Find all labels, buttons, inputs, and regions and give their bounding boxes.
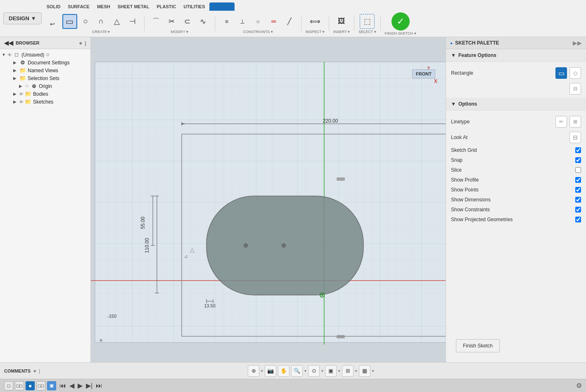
visibility-icon-sketches[interactable]: 👁 bbox=[19, 99, 24, 104]
circle-tool[interactable]: ○ bbox=[78, 14, 93, 29]
constraint1[interactable]: ≡ bbox=[219, 14, 234, 29]
tool-display2-arrow[interactable]: ▾ bbox=[355, 369, 357, 373]
rectangle-tool[interactable]: ▭ bbox=[62, 14, 77, 29]
show-dimensions-checkbox[interactable] bbox=[575, 197, 581, 203]
inspect-label[interactable]: INSPECT ▾ bbox=[306, 30, 325, 34]
tool-display3[interactable]: ▦ bbox=[359, 365, 370, 377]
tree-arrow-sketches[interactable]: ▶ bbox=[13, 99, 19, 104]
insert-tool[interactable]: 🖼 bbox=[334, 14, 349, 29]
frame-icon-2[interactable]: □□ bbox=[15, 381, 24, 390]
tool-orbit-arrow[interactable]: ▾ bbox=[321, 369, 323, 373]
browser-dot-icon[interactable]: ● bbox=[79, 40, 82, 46]
offset-tool[interactable]: ⊂ bbox=[180, 14, 195, 29]
tab-utilities[interactable]: UTILITIES bbox=[180, 2, 209, 11]
tree-arrow-bodies[interactable]: ▶ bbox=[13, 92, 19, 96]
frame-icon-3[interactable]: ■ bbox=[26, 381, 35, 390]
show-constraints-checkbox[interactable] bbox=[575, 207, 581, 213]
tree-item-origin[interactable]: ▶ 👁 ⊕ Origin bbox=[6, 82, 90, 90]
palette-expand-icon[interactable]: ▶▶ bbox=[573, 40, 582, 46]
tool-display2[interactable]: ⊞ bbox=[342, 365, 353, 377]
frame-icon-active[interactable]: ▣ bbox=[47, 381, 56, 390]
frame-icon-4[interactable]: □□ bbox=[36, 381, 45, 390]
linetype-icon-1[interactable]: ✏ bbox=[555, 116, 567, 128]
play-play[interactable]: ▶ bbox=[78, 382, 83, 390]
constraint3[interactable]: ○ bbox=[251, 14, 266, 29]
scissors-tool[interactable]: ✂ bbox=[164, 14, 179, 29]
create-label[interactable]: CREATE ▾ bbox=[92, 30, 110, 34]
canvas-area[interactable]: 220.00 55.00 110.00 13.50 -100 -150 bbox=[91, 37, 446, 362]
finish-sketch-button[interactable]: ✓ bbox=[391, 12, 410, 31]
tool-pan[interactable]: ✋ bbox=[278, 365, 289, 377]
tree-arrow-doc-settings[interactable]: ▶ bbox=[13, 60, 19, 65]
tool-display1-arrow[interactable]: ▾ bbox=[338, 369, 340, 373]
triangle-tool[interactable]: △ bbox=[109, 14, 124, 29]
tree-arrow-unsaved[interactable]: ▼ bbox=[2, 52, 7, 57]
slice-checkbox[interactable] bbox=[575, 167, 581, 173]
tree-item-unsaved[interactable]: ▼ 👁 □ (Unsaved) ⊙ bbox=[0, 51, 90, 59]
tree-item-sketches[interactable]: ▶ 👁 📁 Sketches bbox=[6, 98, 90, 106]
show-points-checkbox[interactable] bbox=[575, 187, 581, 193]
tab-sheet-metal[interactable]: SHEET METAL bbox=[114, 2, 153, 11]
line-tool[interactable]: ⊣ bbox=[125, 14, 140, 29]
tree-item-bodies[interactable]: ▶ 👁 📁 Bodies bbox=[6, 90, 90, 98]
rectangle-icon-2[interactable]: ◇ bbox=[569, 67, 581, 79]
tree-arrow-origin[interactable]: ▶ bbox=[19, 84, 25, 88]
constraint2[interactable]: ⊥ bbox=[235, 14, 250, 29]
tool-crosshair[interactable]: ⊕ bbox=[248, 365, 259, 377]
browser-collapse-icon[interactable]: ◀◀ bbox=[4, 40, 13, 46]
tree-arrow-named-views[interactable]: ▶ bbox=[13, 68, 19, 73]
main-canvas[interactable]: 220.00 55.00 110.00 13.50 -100 -150 bbox=[91, 37, 446, 362]
show-projected-checkbox[interactable] bbox=[575, 217, 581, 222]
arc-tool[interactable]: ∩ bbox=[94, 14, 109, 29]
select-label[interactable]: SELECT ▾ bbox=[358, 30, 376, 34]
settings-gear-icon[interactable]: ⚙ bbox=[576, 382, 582, 390]
back-button[interactable]: ↩ bbox=[45, 17, 60, 31]
view-label[interactable]: FRONT bbox=[412, 69, 435, 78]
tree-arrow-selection-sets[interactable]: ▶ bbox=[13, 76, 19, 80]
finish-sketch-label[interactable]: FINISH SKETCH ▾ bbox=[385, 31, 416, 35]
sketch-grid-checkbox[interactable] bbox=[575, 147, 581, 153]
tool-crosshair-arrow[interactable]: ▾ bbox=[261, 369, 263, 373]
play-first[interactable]: ⏮ bbox=[59, 382, 66, 390]
tab-mesh[interactable]: MESH bbox=[94, 2, 114, 11]
tool-zoom[interactable]: 🔍 bbox=[291, 365, 303, 377]
linetype-icon-2[interactable]: ⊞ bbox=[569, 116, 581, 128]
tool-camera[interactable]: 📷 bbox=[265, 365, 276, 377]
inspect-tool[interactable]: ⟺ bbox=[308, 14, 323, 29]
look-at-icon[interactable]: ⊟ bbox=[569, 132, 581, 143]
record-icon[interactable]: ⊙ bbox=[46, 52, 50, 57]
insert-label[interactable]: INSERT ▾ bbox=[333, 30, 350, 34]
play-next[interactable]: ▶| bbox=[86, 382, 93, 390]
modify-label[interactable]: MODIFY ▾ bbox=[171, 30, 188, 34]
tab-solid[interactable]: SOLID bbox=[43, 2, 64, 11]
visibility-icon-origin[interactable]: 👁 bbox=[25, 84, 29, 89]
tab-sketch[interactable]: SKETCH bbox=[209, 2, 235, 11]
comments-dot[interactable]: ● bbox=[33, 368, 36, 374]
tab-surface[interactable]: SURFACE bbox=[64, 2, 93, 11]
play-prev[interactable]: ◀ bbox=[69, 382, 74, 390]
rectangle-icon-3[interactable]: ⊟ bbox=[569, 83, 581, 94]
tool-orbit[interactable]: ⊙ bbox=[308, 365, 320, 377]
design-button[interactable]: DESIGN ▼ bbox=[3, 12, 42, 24]
view-cube[interactable]: Z X FRONT bbox=[404, 66, 437, 91]
visibility-icon-bodies[interactable]: 👁 bbox=[19, 92, 24, 97]
rectangle-icon-1[interactable]: ▭ bbox=[555, 67, 567, 79]
tool-display3-arrow[interactable]: ▾ bbox=[372, 369, 374, 373]
tab-plastic[interactable]: PLASTIC bbox=[153, 2, 179, 11]
constraint4[interactable]: ═ bbox=[266, 14, 281, 29]
tree-item-doc-settings[interactable]: ▶ ⚙ Document Settings bbox=[6, 59, 90, 66]
feature-options-header[interactable]: ▼ Feature Options bbox=[446, 49, 586, 62]
finish-sketch-palette-button[interactable]: Finish Sketch bbox=[456, 339, 500, 352]
browser-pin-icon[interactable]: | bbox=[85, 40, 86, 46]
options-header[interactable]: ▼ Options bbox=[446, 98, 586, 111]
play-last[interactable]: ⏭ bbox=[96, 382, 102, 390]
visibility-icon-unsaved[interactable]: 👁 bbox=[7, 52, 12, 57]
wave-tool[interactable]: ∿ bbox=[196, 14, 211, 29]
frame-icon-1[interactable]: □ bbox=[4, 381, 13, 390]
tree-item-named-views[interactable]: ▶ 📁 Named Views bbox=[6, 66, 90, 74]
tree-item-selection-sets[interactable]: ▶ 📁 Selection Sets bbox=[6, 74, 90, 82]
fillet-tool[interactable]: ⌒ bbox=[149, 14, 164, 29]
constraint5[interactable]: ╱ bbox=[282, 14, 297, 29]
tool-zoom-arrow[interactable]: ▾ bbox=[304, 369, 306, 373]
show-profile-checkbox[interactable] bbox=[575, 177, 581, 183]
